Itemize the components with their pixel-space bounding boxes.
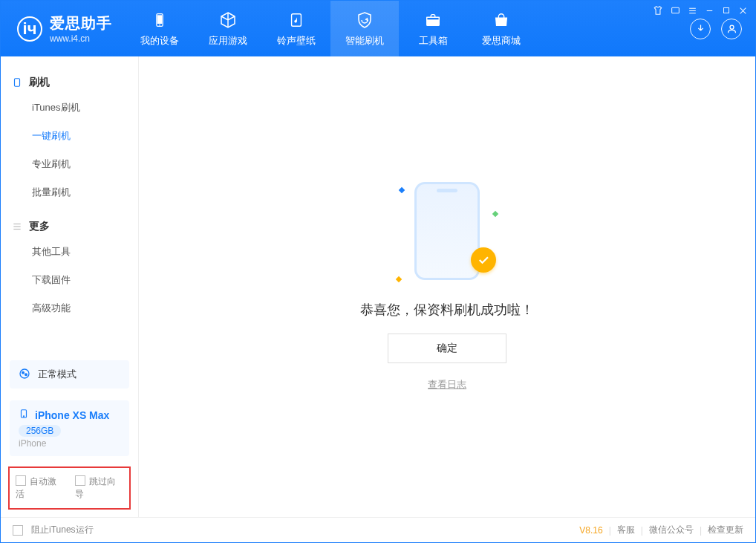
check-badge-icon — [471, 247, 496, 273]
tab-label: 爱思商城 — [482, 34, 521, 48]
store-icon — [492, 10, 511, 30]
feedback-icon[interactable] — [671, 6, 680, 18]
tab-label: 铃声壁纸 — [277, 34, 316, 48]
menu-icon[interactable] — [688, 6, 697, 18]
sidebar-item-other-tools[interactable]: 其他工具 — [1, 238, 138, 266]
statusbar: 阻止iTunes运行 V8.16 | 客服 | 微信公众号 | 检查更新 — [1, 517, 755, 542]
toolbox-icon — [423, 10, 443, 30]
phone-icon — [19, 408, 29, 422]
storage-badge: 256GB — [19, 425, 61, 437]
sidebar-item-download-firmware[interactable]: 下载固件 — [1, 266, 138, 294]
device-type: iPhone — [19, 438, 120, 449]
maximize-button[interactable] — [722, 6, 731, 17]
app-url: www.i4.cn — [50, 33, 112, 44]
tab-ringtones-wallpapers[interactable]: 铃声壁纸 — [262, 1, 330, 56]
svg-rect-13 — [427, 17, 440, 20]
tab-toolbox[interactable]: 工具箱 — [399, 1, 467, 56]
mode-card[interactable]: 正常模式 — [10, 360, 129, 388]
user-button[interactable] — [721, 19, 742, 39]
tab-store[interactable]: 爱思商城 — [467, 1, 535, 56]
sidebar-group-flash: 刷机 iTunes刷机 一键刷机 专业刷机 批量刷机 — [1, 65, 138, 209]
sidebar-item-oneclick-flash[interactable]: 一键刷机 — [1, 122, 138, 150]
sidebar-group-more: 更多 其他工具 下载固件 高级功能 — [1, 209, 138, 325]
sidebar-item-batch-flash[interactable]: 批量刷机 — [1, 178, 138, 207]
phone-illustration-icon — [414, 182, 480, 280]
body: 刷机 iTunes刷机 一键刷机 专业刷机 批量刷机 更多 其他工具 下载固件 … — [1, 56, 755, 517]
skip-wizard-checkbox[interactable]: 跳过向导 — [75, 475, 124, 501]
sidebar: 刷机 iTunes刷机 一键刷机 专业刷机 批量刷机 更多 其他工具 下载固件 … — [1, 56, 139, 517]
svg-rect-15 — [15, 79, 20, 87]
sidebar-item-advanced[interactable]: 高级功能 — [1, 294, 138, 322]
support-link[interactable]: 客服 — [617, 524, 635, 536]
window-controls — [653, 5, 748, 18]
mode-icon — [19, 368, 32, 381]
logo-icon: iч — [17, 16, 42, 42]
check-update-link[interactable]: 检查更新 — [708, 524, 743, 536]
cube-icon — [218, 10, 238, 30]
sidebar-group-title: 更多 — [1, 215, 138, 238]
svg-point-14 — [730, 25, 734, 29]
sidebar-group-title: 刷机 — [1, 71, 138, 94]
header: iч 爱思助手 www.i4.cn 我的设备 应用游戏 铃声壁纸 智能刷机 — [1, 1, 755, 56]
tshirt-icon[interactable] — [653, 5, 663, 18]
shield-refresh-icon — [355, 10, 374, 30]
app-window: iч 爱思助手 www.i4.cn 我的设备 应用游戏 铃声壁纸 智能刷机 — [0, 0, 756, 543]
app-logo: iч 爱思助手 www.i4.cn — [1, 1, 126, 56]
main-content: 恭喜您，保资料刷机成功啦！ 确定 查看日志 — [139, 56, 755, 517]
download-button[interactable] — [690, 19, 711, 39]
svg-point-21 — [25, 374, 27, 376]
list-icon — [11, 221, 23, 233]
sidebar-bottom-options: 自动激活 跳过向导 — [8, 466, 131, 510]
svg-rect-5 — [724, 8, 729, 13]
ok-button[interactable]: 确定 — [388, 334, 506, 363]
tab-label: 我的设备 — [140, 34, 179, 48]
view-log-link[interactable]: 查看日志 — [428, 378, 466, 391]
svg-point-23 — [23, 416, 24, 417]
sidebar-item-pro-flash[interactable]: 专业刷机 — [1, 150, 138, 178]
tab-apps-games[interactable]: 应用游戏 — [194, 1, 262, 56]
tab-label: 工具箱 — [419, 34, 448, 48]
svg-point-10 — [159, 24, 160, 25]
device-name: iPhone XS Max — [35, 409, 109, 421]
device-card[interactable]: iPhone XS Max 256GB iPhone — [10, 400, 129, 456]
svg-point-19 — [20, 369, 29, 378]
block-itunes-checkbox[interactable]: 阻止iTunes运行 — [13, 524, 94, 536]
success-message: 恭喜您，保资料刷机成功啦！ — [360, 301, 534, 319]
tab-smart-flash[interactable]: 智能刷机 — [330, 1, 399, 56]
auto-activate-checkbox[interactable]: 自动激活 — [16, 475, 65, 501]
top-tabs: 我的设备 应用游戏 铃声壁纸 智能刷机 工具箱 爱思商城 — [126, 1, 535, 56]
tab-label: 智能刷机 — [345, 34, 384, 48]
tab-label: 应用游戏 — [209, 34, 247, 48]
mode-label: 正常模式 — [38, 368, 76, 381]
close-button[interactable] — [738, 6, 748, 18]
success-illustration — [403, 182, 492, 286]
music-file-icon — [287, 10, 306, 30]
minimize-button[interactable] — [705, 6, 714, 18]
sidebar-item-itunes-flash[interactable]: iTunes刷机 — [1, 94, 138, 122]
svg-rect-9 — [157, 15, 163, 24]
device-icon — [11, 77, 23, 88]
svg-point-20 — [22, 371, 25, 374]
svg-rect-0 — [672, 7, 680, 13]
phone-icon — [150, 10, 169, 30]
version-label: V8.16 — [579, 525, 602, 536]
app-name: 爱思助手 — [50, 13, 112, 33]
wechat-link[interactable]: 微信公众号 — [649, 524, 694, 536]
tab-my-device[interactable]: 我的设备 — [126, 1, 194, 56]
